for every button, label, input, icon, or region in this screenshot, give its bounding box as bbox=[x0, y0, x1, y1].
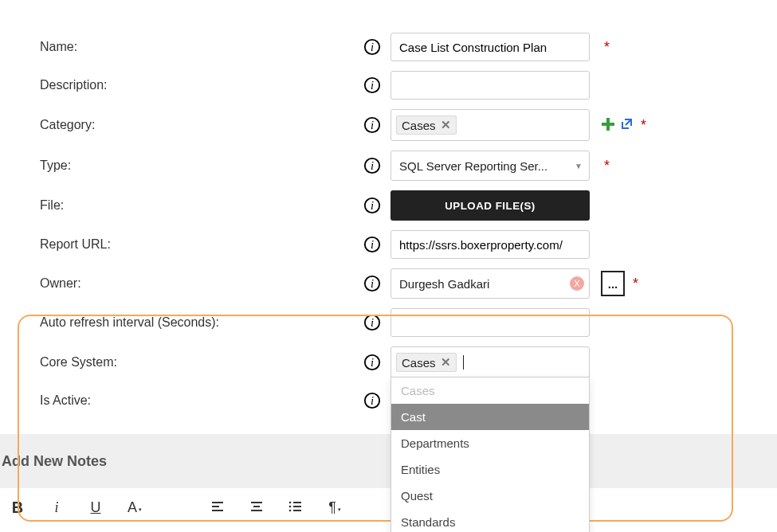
type-value: SQL Server Reporting Ser... bbox=[399, 159, 547, 173]
auto-refresh-label: Auto refresh interval (Seconds): bbox=[0, 315, 343, 330]
svg-text:i: i bbox=[371, 356, 374, 369]
dropdown-item[interactable]: Entities bbox=[391, 456, 589, 483]
owner-value: Durgesh Gadkari bbox=[399, 277, 565, 291]
chevron-down-icon: ▼ bbox=[575, 162, 583, 170]
description-input[interactable] bbox=[390, 71, 590, 100]
core-system-dropdown: Cases Cast Departments Entities Quest St… bbox=[390, 377, 590, 532]
owner-box[interactable]: Durgesh Gadkari X bbox=[390, 268, 590, 299]
info-icon[interactable]: i bbox=[363, 392, 381, 409]
auto-refresh-input[interactable] bbox=[390, 308, 590, 337]
category-tagbox[interactable]: Cases ✕ bbox=[390, 109, 590, 141]
svg-text:i: i bbox=[371, 159, 374, 172]
caret-icon: ▾ bbox=[338, 507, 341, 513]
report-url-input[interactable] bbox=[390, 230, 590, 259]
svg-text:i: i bbox=[371, 41, 374, 53]
svg-text:i: i bbox=[371, 277, 374, 290]
is-active-label: Is Active: bbox=[0, 393, 343, 408]
owner-label: Owner: bbox=[0, 276, 343, 291]
underline-button[interactable]: U bbox=[86, 498, 105, 517]
svg-text:i: i bbox=[371, 79, 374, 92]
info-icon[interactable]: i bbox=[363, 76, 381, 94]
type-label: Type: bbox=[0, 158, 343, 173]
add-category-icon[interactable] bbox=[601, 117, 615, 134]
list-button[interactable] bbox=[286, 498, 305, 517]
dropdown-item[interactable]: Departments bbox=[391, 430, 589, 456]
info-icon[interactable]: i bbox=[363, 116, 381, 134]
add-notes-heading: Add New Notes bbox=[0, 434, 777, 488]
clear-owner-icon[interactable]: X bbox=[570, 276, 584, 291]
svg-text:i: i bbox=[371, 238, 374, 251]
svg-text:i: i bbox=[371, 199, 374, 212]
required-asterisk: * bbox=[641, 117, 646, 134]
report-url-label: Report URL: bbox=[0, 237, 343, 252]
svg-rect-7 bbox=[602, 123, 614, 126]
required-asterisk: * bbox=[604, 158, 610, 174]
dropdown-item[interactable]: Quest bbox=[391, 483, 589, 509]
external-link-icon[interactable] bbox=[620, 118, 633, 133]
align-center-button[interactable] bbox=[247, 498, 266, 517]
tag-remove-icon[interactable]: ✕ bbox=[441, 355, 451, 370]
tag-label: Cases bbox=[402, 356, 436, 370]
info-icon[interactable]: i bbox=[363, 236, 381, 253]
svg-text:i: i bbox=[371, 394, 374, 407]
svg-point-22 bbox=[289, 502, 292, 504]
dropdown-item[interactable]: Standards bbox=[391, 509, 589, 532]
required-asterisk: * bbox=[604, 39, 610, 56]
type-select[interactable]: SQL Server Reporting Ser... ▼ bbox=[390, 151, 590, 181]
core-system-tag[interactable]: Cases ✕ bbox=[396, 353, 457, 372]
core-system-label: Core System: bbox=[0, 355, 343, 370]
notes-toolbar: B i U A▾ ¶▾ ▾ bbox=[0, 490, 777, 525]
category-tag[interactable]: Cases ✕ bbox=[396, 115, 457, 135]
info-icon[interactable]: i bbox=[363, 314, 381, 331]
dropdown-item-selected[interactable]: Cast bbox=[391, 404, 589, 430]
paragraph-button[interactable]: ¶▾ bbox=[325, 498, 344, 517]
svg-point-24 bbox=[289, 510, 292, 512]
upload-file-button[interactable]: UPLOAD FILE(S) bbox=[390, 190, 590, 221]
info-icon[interactable]: i bbox=[363, 197, 381, 214]
font-color-button[interactable]: A▾ bbox=[125, 498, 144, 517]
owner-picker-button[interactable]: ... bbox=[601, 271, 625, 296]
svg-text:i: i bbox=[371, 316, 374, 329]
category-label: Category: bbox=[0, 118, 343, 132]
dropdown-item-disabled: Cases bbox=[391, 377, 589, 404]
italic-button[interactable]: i bbox=[47, 498, 66, 517]
info-icon[interactable]: i bbox=[363, 275, 381, 292]
info-icon[interactable]: i bbox=[363, 38, 381, 56]
caret-icon: ▾ bbox=[139, 507, 142, 513]
tag-label: Cases bbox=[402, 119, 436, 132]
file-label: File: bbox=[0, 198, 343, 213]
info-icon[interactable]: i bbox=[363, 157, 381, 174]
name-label: Name: bbox=[0, 40, 343, 54]
core-system-tagbox[interactable]: Cases ✕ bbox=[390, 346, 590, 378]
name-input[interactable] bbox=[390, 33, 590, 61]
text-cursor bbox=[463, 355, 464, 370]
align-left-button[interactable] bbox=[208, 498, 227, 517]
description-label: Description: bbox=[0, 78, 343, 92]
info-icon[interactable]: i bbox=[363, 354, 381, 371]
tag-remove-icon[interactable]: ✕ bbox=[441, 118, 451, 132]
bold-button[interactable]: B bbox=[8, 498, 27, 517]
svg-text:i: i bbox=[371, 119, 374, 131]
svg-point-23 bbox=[289, 506, 292, 508]
required-asterisk: * bbox=[633, 276, 638, 292]
